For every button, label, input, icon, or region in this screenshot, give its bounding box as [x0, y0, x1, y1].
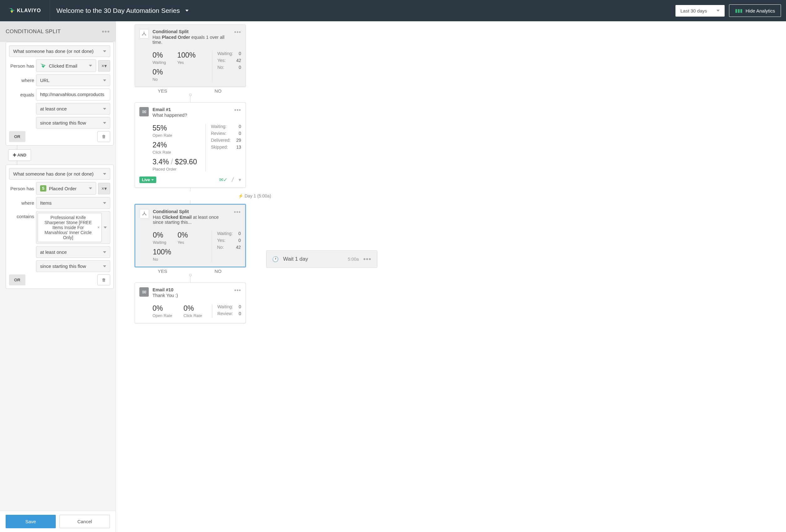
card-footer-icons: ✉✓ 〳 ▾ — [219, 177, 241, 183]
flow-canvas[interactable]: Conditional Split Has Placed Order equal… — [116, 21, 786, 532]
event-select[interactable]: SPlaced Order — [36, 182, 96, 195]
card-menu-icon[interactable]: ••• — [234, 287, 241, 294]
conditional-split-card-1[interactable]: Conditional Split Has Placed Order equal… — [135, 24, 246, 87]
card-menu-icon[interactable]: ••• — [363, 255, 371, 263]
event-select[interactable]: Clicked Email — [36, 59, 96, 72]
equals-value-input[interactable] — [36, 89, 110, 100]
card-menu-icon[interactable]: ••• — [234, 209, 241, 216]
split-icon — [140, 209, 149, 218]
chevron-down-icon — [103, 226, 107, 228]
timeframe-value: since starting this flow — [40, 264, 86, 269]
conditional-split-card-2[interactable]: Conditional Split Has Clicked Email at l… — [135, 204, 246, 267]
no-label: NO — [190, 268, 246, 274]
hide-analytics-button[interactable]: ▮▮▮ Hide Analytics — [729, 4, 781, 17]
card-title: Email #1 — [153, 107, 230, 112]
email-card-1[interactable]: ✉ Email #1 What happened? ••• 55%Open Ra… — [135, 102, 246, 188]
panel-footer: Save Cancel — [0, 511, 116, 532]
klaviyo-icon — [40, 63, 46, 69]
contains-tag[interactable]: Professional Knife Sharpener Stone [FREE… — [38, 213, 102, 242]
card-menu-icon[interactable]: ••• — [234, 107, 241, 114]
or-button[interactable]: OR — [9, 274, 25, 285]
timeframe-select[interactable]: since starting this flow — [36, 260, 110, 272]
chevron-down-icon — [89, 65, 92, 67]
email-check-icon[interactable]: ✉✓ — [219, 177, 227, 183]
live-badge[interactable]: Live — [139, 176, 156, 183]
cancel-button[interactable]: Cancel — [60, 515, 110, 528]
trash-icon: 🗑 — [102, 134, 106, 139]
email-card-10[interactable]: ✉ Email #10 Thank You :) ••• 0%Open Rate… — [135, 283, 246, 323]
split-icon — [139, 29, 149, 39]
card-stats: Waiting:0 Yes:0 No:42 — [212, 231, 241, 262]
frequency-select[interactable]: at least once — [36, 246, 110, 258]
contains-label: contains — [9, 211, 34, 219]
lightning-icon: ⚡ — [238, 193, 243, 198]
chevron-down-icon — [103, 79, 106, 81]
yes-label: YES — [135, 268, 190, 274]
contains-value-select[interactable]: Professional Knife Sharpener Stone [FREE… — [36, 211, 110, 244]
chevron-down-icon — [716, 10, 720, 11]
date-range-select[interactable]: Last 30 days — [675, 5, 725, 17]
flow-title-dropdown[interactable]: Welcome to the 30 Day Automation Series — [50, 7, 675, 15]
trigger-type-value: What someone has done (or not done) — [13, 49, 94, 54]
card-subtitle: Has Clicked Email at least once since st… — [153, 215, 230, 225]
where-value: URL — [40, 78, 49, 83]
frequency-value: at least once — [40, 249, 67, 255]
chevron-down-icon — [185, 10, 188, 11]
flow-title: Welcome to the 30 Day Automation Series — [56, 7, 180, 15]
trigger-type-select[interactable]: What someone has done (or not done) — [9, 45, 110, 57]
event-value: Clicked Email — [49, 63, 77, 69]
wait-card[interactable]: 🕐 Wait 1 day 5:00a ••• — [266, 250, 377, 268]
chevron-down-icon — [103, 265, 106, 267]
brand-text: KLAVIYO — [17, 8, 41, 14]
conditions-scroll[interactable]: What someone has done (or not done) Pers… — [0, 42, 116, 511]
card-title: Email #10 — [153, 287, 230, 292]
timeframe-value: since starting this flow — [40, 120, 86, 125]
wait-time: 5:00a — [348, 257, 359, 262]
or-button[interactable]: OR — [9, 131, 25, 142]
condition-group-1: What someone has done (or not done) Pers… — [6, 42, 114, 146]
delete-condition-button[interactable]: 🗑 — [97, 131, 110, 142]
chevron-down-icon — [103, 173, 106, 175]
trend-icon[interactable]: 〳 — [230, 177, 235, 183]
equals-value-text[interactable] — [40, 92, 106, 97]
card-subtitle: What happened? — [153, 113, 230, 118]
email-icon: ✉ — [139, 107, 149, 116]
card-stats: Waiting:0 Review:0 Delivered:29 Skipped:… — [205, 124, 241, 171]
trigger-type-select[interactable]: What someone has done (or not done) — [9, 168, 110, 179]
delete-condition-button[interactable]: 🗑 — [97, 274, 110, 285]
filter-icon[interactable]: ▾ — [239, 177, 241, 183]
conditional-split-panel: CONDITIONAL SPLIT ••• What someone has d… — [0, 21, 116, 532]
where-field-select[interactable]: Items — [36, 197, 110, 209]
and-button[interactable]: ✚ AND — [8, 149, 31, 161]
chevron-down-icon — [103, 122, 106, 124]
contains-tag-text: Professional Knife Sharpener Stone [FREE… — [44, 215, 92, 240]
panel-header: CONDITIONAL SPLIT ••• — [0, 21, 116, 42]
remove-tag-icon[interactable]: × — [97, 225, 99, 230]
date-range-label: Last 30 days — [680, 8, 707, 14]
clear-filter-button[interactable]: ×▾ — [98, 183, 110, 194]
brand-logo[interactable]: KLAVIYO — [0, 0, 50, 21]
where-value: Items — [40, 200, 52, 205]
filter-icon: ×▾ — [101, 63, 107, 69]
event-value: Placed Order — [49, 186, 76, 191]
person-has-label: Person has — [9, 186, 34, 191]
card-title: Conditional Split — [153, 209, 230, 214]
save-button[interactable]: Save — [6, 515, 56, 528]
where-field-select[interactable]: URL — [36, 74, 110, 86]
panel-menu-icon[interactable]: ••• — [102, 27, 110, 36]
frequency-select[interactable]: at least once — [36, 103, 110, 115]
chevron-down-icon — [103, 108, 106, 110]
card-subtitle: Thank You :) — [153, 293, 230, 298]
wait-label: Wait 1 day — [283, 256, 344, 262]
app-header: KLAVIYO Welcome to the 30 Day Automation… — [0, 0, 786, 21]
where-label: where — [9, 78, 34, 83]
hide-analytics-label: Hide Analytics — [746, 8, 775, 14]
timeframe-select[interactable]: since starting this flow — [36, 117, 110, 129]
email-icon: ✉ — [139, 287, 149, 297]
panel-title: CONDITIONAL SPLIT — [6, 28, 61, 35]
yes-label: YES — [135, 88, 190, 94]
card-menu-icon[interactable]: ••• — [234, 29, 241, 36]
clear-filter-button[interactable]: ×▾ — [98, 60, 110, 72]
chevron-down-icon — [103, 50, 106, 52]
day-separator: ⚡Day 1 (5:00a) — [238, 193, 786, 198]
